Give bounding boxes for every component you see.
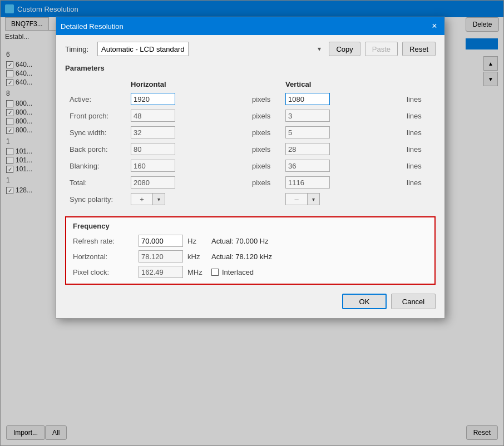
cancel-button[interactable]: Cancel <box>391 294 436 309</box>
th-v-unit <box>402 78 436 91</box>
input-h-active[interactable] <box>131 93 175 105</box>
cell-v-total: 1116 <box>281 174 402 191</box>
th-vertical: Vertical <box>281 78 402 91</box>
cell-v-blanking: 36 <box>281 157 402 174</box>
detailed-resolution-dialog: Detailed Resolution × Timing: Automatic … <box>56 17 445 319</box>
v-polarity-value: – <box>285 193 308 205</box>
frequency-section: Frequency Refresh rate: Hz Actual: 70.00… <box>65 216 436 285</box>
cell-v-unit-fp: lines <box>402 107 436 124</box>
table-row-back-porch: Back porch: 80 pixels 28 lines <box>65 141 436 157</box>
cell-h-back-porch: 80 <box>126 141 248 157</box>
timing-row: Timing: Automatic - LCD standard Copy Pa… <box>65 42 436 56</box>
table-row-front-porch: Front porch: 48 pixels 3 lines <box>65 107 436 124</box>
cell-v-unit-tot: lines <box>402 174 436 191</box>
input-v-active[interactable] <box>285 93 330 105</box>
row-label-sync-width: Sync width: <box>65 124 126 141</box>
timing-select-wrapper: Automatic - LCD standard <box>97 42 324 56</box>
row-label-blanking: Blanking: <box>65 157 126 174</box>
dialog-titlebar: Detailed Resolution × <box>56 17 444 35</box>
refresh-rate-actual: Actual: 70.000 Hz <box>211 237 269 245</box>
parameters-section-label: Parameters <box>65 64 436 72</box>
cell-v-unit-bl: lines <box>402 157 436 174</box>
h-polarity-dropdown[interactable]: ▾ <box>153 193 165 205</box>
cell-h-sync-width: 32 <box>126 124 248 141</box>
cell-h-sync-polarity: + ▾ <box>126 191 248 207</box>
cell-h-front-porch: 48 <box>126 107 248 124</box>
th-empty <box>65 78 126 91</box>
pixel-clock-label: Pixel clock: <box>73 268 134 276</box>
horizontal-freq-row: Horizontal: 78.120 kHz Actual: 78.120 kH… <box>73 250 428 262</box>
horizontal-freq-label: Horizontal: <box>73 252 134 261</box>
table-row-sync-polarity: Sync polarity: + ▾ – ▾ <box>65 191 436 207</box>
dialog-bottom-buttons: OK Cancel <box>65 294 436 309</box>
interlaced-row: Interlaced <box>211 268 254 276</box>
dialog-title: Detailed Resolution <box>61 22 123 31</box>
h-polarity-value: + <box>131 193 153 205</box>
cell-h-blanking: 160 <box>126 157 248 174</box>
v-polarity-dropdown[interactable]: ▾ <box>308 193 320 205</box>
timing-label: Timing: <box>65 45 93 53</box>
th-horizontal: Horizontal <box>126 78 248 91</box>
cell-v-unit-active: lines <box>402 91 436 107</box>
value-v-sync-width: 5 <box>285 126 330 138</box>
value-v-blanking: 36 <box>285 160 330 172</box>
th-h-unit <box>248 78 281 91</box>
copy-button[interactable]: Copy <box>329 42 360 56</box>
cell-h-active <box>126 91 248 107</box>
value-h-front-porch: 48 <box>131 110 175 122</box>
value-h-sync-width: 32 <box>131 126 175 138</box>
dialog-close-button[interactable]: × <box>429 21 440 32</box>
cell-v-back-porch: 28 <box>281 141 402 157</box>
cell-v-unit-sp <box>402 191 436 207</box>
cell-h-unit-active: pixels <box>248 91 281 107</box>
cell-v-unit-bp: lines <box>402 141 436 157</box>
cell-h-unit-fp: pixels <box>248 107 281 124</box>
cell-h-unit-sp <box>248 191 281 207</box>
table-row-active: Active: pixels lines <box>65 91 436 107</box>
table-row-sync-width: Sync width: 32 pixels 5 lines <box>65 124 436 141</box>
horizontal-freq-unit: kHz <box>187 252 207 261</box>
cell-v-unit-sw: lines <box>402 124 436 141</box>
cell-h-unit-sw: pixels <box>248 124 281 141</box>
cell-v-front-porch: 3 <box>281 107 402 124</box>
horizontal-freq-value: 78.120 <box>139 250 183 262</box>
value-h-blanking: 160 <box>131 160 175 172</box>
value-h-total: 2080 <box>131 176 175 189</box>
pixel-clock-row: Pixel clock: 162.49 MHz Interlaced <box>73 266 428 278</box>
cell-v-sync-polarity: – ▾ <box>281 191 402 207</box>
row-label-front-porch: Front porch: <box>65 107 126 124</box>
paste-button[interactable]: Paste <box>365 42 398 56</box>
refresh-rate-label: Refresh rate: <box>73 237 134 245</box>
row-label-back-porch: Back porch: <box>65 141 126 157</box>
refresh-rate-unit: Hz <box>187 237 207 245</box>
cell-h-total: 2080 <box>126 174 248 191</box>
cell-v-active <box>281 91 402 107</box>
table-row-total: Total: 2080 pixels 1116 lines <box>65 174 436 191</box>
pixel-clock-value: 162.49 <box>139 266 183 278</box>
value-v-front-porch: 3 <box>285 110 330 122</box>
pixel-clock-unit: MHz <box>187 268 207 276</box>
horizontal-freq-actual: Actual: 78.120 kHz <box>211 252 272 261</box>
refresh-rate-row: Refresh rate: Hz Actual: 70.000 Hz <box>73 235 428 247</box>
cell-v-sync-width: 5 <box>281 124 402 141</box>
value-v-back-porch: 28 <box>285 143 330 155</box>
interlaced-checkbox[interactable] <box>211 269 219 276</box>
v-polarity-select: – ▾ <box>285 193 398 205</box>
freq-section-label: Frequency <box>73 222 428 230</box>
value-v-total: 1116 <box>285 176 330 189</box>
row-label-total: Total: <box>65 174 126 191</box>
cell-h-unit-tot: pixels <box>248 174 281 191</box>
parameters-table: Horizontal Vertical Active: pixels <box>65 78 436 207</box>
row-label-sync-polarity: Sync polarity: <box>65 191 126 207</box>
value-h-back-porch: 80 <box>131 143 175 155</box>
row-label-active: Active: <box>65 91 126 107</box>
dialog-body: Timing: Automatic - LCD standard Copy Pa… <box>56 35 444 318</box>
refresh-rate-input[interactable] <box>139 235 183 247</box>
reset-button[interactable]: Reset <box>402 42 436 56</box>
ok-button[interactable]: OK <box>342 294 387 309</box>
h-polarity-select: + ▾ <box>131 193 243 205</box>
timing-select[interactable]: Automatic - LCD standard <box>97 42 189 56</box>
cell-h-unit-bp: pixels <box>248 141 281 157</box>
table-row-blanking: Blanking: 160 pixels 36 lines <box>65 157 436 174</box>
cell-h-unit-bl: pixels <box>248 157 281 174</box>
